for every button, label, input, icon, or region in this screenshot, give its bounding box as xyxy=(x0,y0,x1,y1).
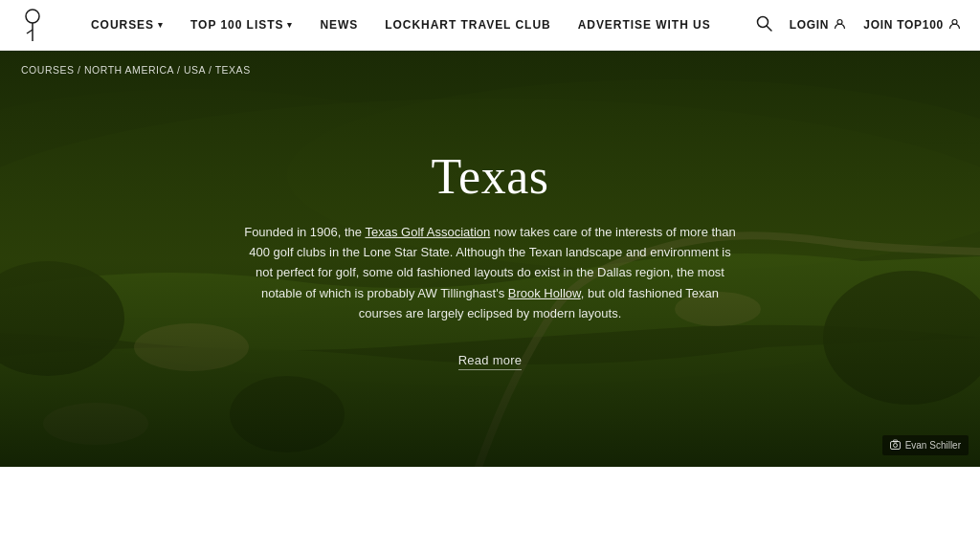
breadcrumb-courses[interactable]: COURSES xyxy=(21,64,75,76)
header-right: LOGIN Join Top100 xyxy=(756,15,961,35)
page-title: Texas xyxy=(241,147,739,204)
brook-hollow-link[interactable]: Brook Hollow xyxy=(508,286,581,300)
svg-point-0 xyxy=(26,10,39,23)
breadcrumb-current: TEXAS xyxy=(215,64,251,76)
courses-chevron-icon: ▾ xyxy=(158,20,164,30)
photo-credit: Evan Schiller xyxy=(882,435,969,455)
hero-description: Founded in 1906, the Texas Golf Associat… xyxy=(241,221,739,323)
svg-line-4 xyxy=(767,26,771,31)
site-header: COURSES ▾ TOP 100 LISTS ▾ NEWS LOCKHART … xyxy=(0,0,980,51)
breadcrumb-north-america[interactable]: NORTH AMERICA xyxy=(84,64,174,76)
login-button[interactable]: LOGIN xyxy=(790,17,847,33)
login-icon xyxy=(834,17,846,33)
main-nav: COURSES ▾ TOP 100 LISTS ▾ NEWS LOCKHART … xyxy=(46,18,756,32)
nav-news[interactable]: NEWS xyxy=(320,18,358,32)
user-icon xyxy=(948,17,961,33)
photo-credit-name: Evan Schiller xyxy=(905,440,961,451)
svg-rect-18 xyxy=(890,442,900,450)
breadcrumb: COURSES / NORTH AMERICA / USA / TEXAS xyxy=(21,64,251,76)
tga-link[interactable]: Texas Golf Association xyxy=(365,224,490,238)
nav-top100lists[interactable]: TOP 100 LISTS ▾ xyxy=(190,18,293,32)
svg-point-19 xyxy=(893,444,897,448)
nav-advertise[interactable]: ADVERTISE WITH US xyxy=(578,18,711,32)
breadcrumb-usa[interactable]: USA xyxy=(184,64,206,76)
bottom-area xyxy=(0,467,980,551)
nav-travel-club[interactable]: LOCKHART TRAVEL CLUB xyxy=(385,18,550,32)
svg-line-2 xyxy=(27,30,33,33)
top100-chevron-icon: ▾ xyxy=(287,20,293,30)
hero-content: Texas Founded in 1906, the Texas Golf As… xyxy=(241,147,739,369)
camera-icon xyxy=(890,439,901,452)
search-button[interactable] xyxy=(756,15,772,35)
site-logo[interactable] xyxy=(19,7,46,43)
read-more-button[interactable]: Read more xyxy=(458,353,523,370)
nav-courses[interactable]: COURSES ▾ xyxy=(91,18,164,32)
join-top100-button[interactable]: Join Top100 xyxy=(863,17,961,33)
hero-section: COURSES / NORTH AMERICA / USA / TEXAS Te… xyxy=(0,51,980,467)
